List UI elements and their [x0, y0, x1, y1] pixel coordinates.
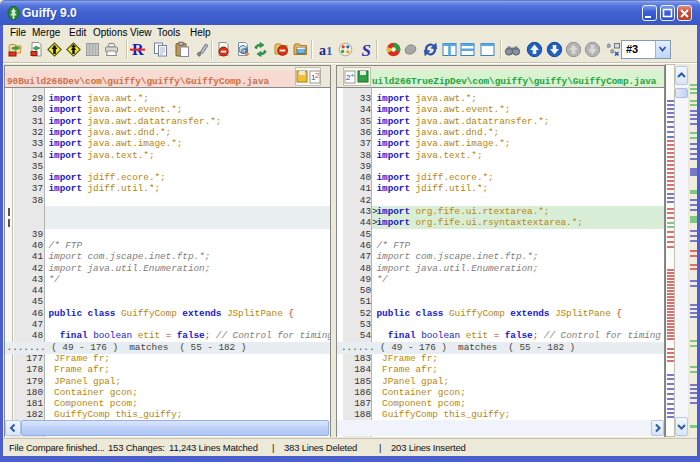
svg-text:a: a — [319, 43, 326, 58]
svg-text:2: 2 — [315, 71, 320, 80]
svg-text:+: + — [350, 71, 355, 80]
svg-text:S: S — [361, 41, 370, 58]
svg-text:1: 1 — [326, 43, 333, 58]
